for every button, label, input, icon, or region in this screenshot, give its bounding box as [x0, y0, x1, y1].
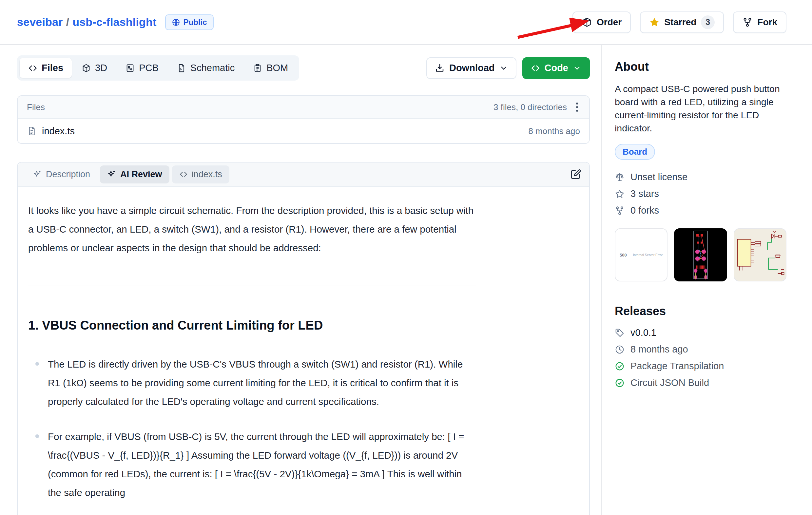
preview-thumbnails: 500 Internal Server Error: [615, 228, 786, 281]
fork-icon: [615, 206, 625, 216]
files-card-header: Files 3 files, 0 directories: [18, 96, 589, 119]
tab-ai-review[interactable]: AI Review: [100, 165, 169, 183]
star-outline-icon: [615, 189, 625, 199]
code-icon: [28, 64, 37, 73]
release-age-row: 8 months ago: [615, 344, 786, 355]
fork-icon: [742, 17, 753, 28]
release-age: 8 months ago: [631, 344, 688, 355]
main-column: Files 3D PCB Schematic: [17, 45, 590, 515]
download-icon: [435, 63, 445, 73]
license-label: Unset license: [631, 172, 688, 182]
repo-meta-list: Unset license 3 stars 0 forks: [615, 172, 786, 216]
download-button[interactable]: Download: [426, 57, 516, 79]
clipboard-icon: [253, 64, 262, 73]
file-name: index.ts: [42, 126, 75, 137]
stars-label: 3 stars: [631, 188, 659, 199]
tab-pcb-label: PCB: [139, 63, 158, 73]
release-version: v0.0.1: [631, 327, 656, 338]
license-row: Unset license: [615, 172, 786, 182]
board-tag-badge[interactable]: Board: [615, 144, 655, 160]
order-button[interactable]: Order: [573, 11, 631, 33]
list-item: The LED is directly driven by the USB-C'…: [48, 355, 476, 411]
code-icon: [179, 170, 188, 179]
tab-description-label: Description: [46, 170, 90, 180]
edit-icon[interactable]: [570, 169, 581, 180]
fork-button-label: Fork: [757, 17, 777, 28]
globe-icon: [172, 18, 180, 27]
thumbnail-pcb-preview[interactable]: [674, 228, 727, 281]
list-item: For example, if VBUS (from USB-C) is 5V,…: [48, 427, 476, 502]
sparkle-icon: [33, 170, 42, 179]
tab-files-label: Files: [41, 63, 63, 73]
code-button[interactable]: Code: [522, 57, 590, 79]
about-title: About: [615, 60, 786, 74]
tab-ai-review-label: AI Review: [120, 170, 162, 180]
sidebar: About A compact USB-C powered push butto…: [615, 45, 786, 388]
review-list: The LED is directly driven by the USB-C'…: [28, 355, 476, 502]
tab-schematic[interactable]: Schematic: [168, 58, 243, 78]
package-icon: [582, 17, 592, 28]
stars-row: 3 stars: [615, 188, 786, 199]
files-card-title: Files: [27, 102, 45, 112]
scales-icon: [615, 172, 625, 182]
files-card: Files 3 files, 0 directories index.ts 8 …: [17, 95, 590, 144]
file-icon: [27, 126, 37, 136]
tag-icon: [615, 328, 625, 338]
page-header: seveibar/usb-c-flashlight Public Order: [0, 0, 812, 45]
file-updated: 8 months ago: [528, 126, 580, 136]
release-check-row: Circuit JSON Build: [615, 377, 786, 388]
release-check-label: Circuit JSON Build: [631, 377, 709, 388]
tab-files[interactable]: Files: [20, 58, 72, 78]
order-button-label: Order: [597, 17, 621, 28]
review-intro: It looks like you have a simple circuit …: [28, 201, 476, 257]
starred-button[interactable]: Starred 3: [640, 11, 724, 33]
header-actions: Order Starred 3 Fork: [573, 11, 786, 33]
tab-description[interactable]: Description: [26, 165, 97, 183]
ai-review-content: It looks like you have a simple circuit …: [18, 187, 486, 502]
tab-bom-label: BOM: [266, 63, 288, 73]
pcb-icon: [125, 64, 135, 73]
tab-schematic-label: Schematic: [191, 63, 235, 73]
view-toolbar: Files 3D PCB Schematic: [17, 55, 590, 81]
thumbnail-schematic-preview[interactable]: [734, 228, 786, 281]
starred-button-label: Starred: [664, 17, 696, 28]
cube-icon: [82, 64, 91, 73]
schematic-icon: [177, 64, 186, 73]
download-button-label: Download: [449, 63, 495, 73]
forks-label: 0 forks: [631, 205, 659, 216]
section-heading: 1. VBUS Connection and Current Limiting …: [28, 317, 476, 333]
about-description: A compact USB-C powered push button boar…: [615, 82, 783, 134]
breadcrumb-separator: /: [63, 16, 73, 28]
tab-index-ts[interactable]: index.ts: [172, 165, 229, 183]
release-version-row[interactable]: v0.0.1: [615, 327, 786, 338]
files-summary: 3 files, 0 directories: [493, 102, 567, 112]
thumbnail-3d-preview[interactable]: 500 Internal Server Error: [615, 228, 667, 281]
tab-bom[interactable]: BOM: [244, 58, 296, 78]
visibility-badge: Public: [165, 14, 214, 30]
chevron-down-icon: [499, 64, 508, 72]
thumbnail-error-message: Internal Server Error: [633, 253, 663, 257]
check-circle-icon: [615, 361, 625, 371]
sparkle-icon: [107, 170, 116, 179]
tab-3d[interactable]: 3D: [73, 58, 116, 78]
file-row[interactable]: index.ts 8 months ago: [18, 119, 589, 143]
release-check-label: Package Transpilation: [631, 361, 724, 371]
tab-pcb[interactable]: PCB: [117, 58, 167, 78]
kebab-menu-icon[interactable]: [574, 100, 580, 114]
fork-button[interactable]: Fork: [733, 11, 786, 33]
view-tabs: Files 3D PCB Schematic: [17, 55, 299, 81]
code-button-label: Code: [545, 63, 569, 73]
release-check-row: Package Transpilation: [615, 361, 786, 371]
code-icon: [531, 64, 540, 73]
star-filled-icon: [649, 17, 660, 28]
releases-section: Releases v0.0.1 8 months ago Package Tra…: [615, 304, 786, 388]
toolbar-actions: Download Code: [426, 57, 590, 79]
repo-owner-link[interactable]: seveibar: [17, 16, 63, 28]
tab-3d-label: 3D: [95, 63, 107, 73]
star-count-badge: 3: [701, 16, 715, 29]
content-divider: [28, 285, 476, 285]
sidebar-divider: [601, 45, 602, 515]
repo-name-link[interactable]: usb-c-flashlight: [72, 16, 156, 28]
forks-row: 0 forks: [615, 205, 786, 216]
repo-title-group: seveibar/usb-c-flashlight Public: [17, 14, 214, 30]
